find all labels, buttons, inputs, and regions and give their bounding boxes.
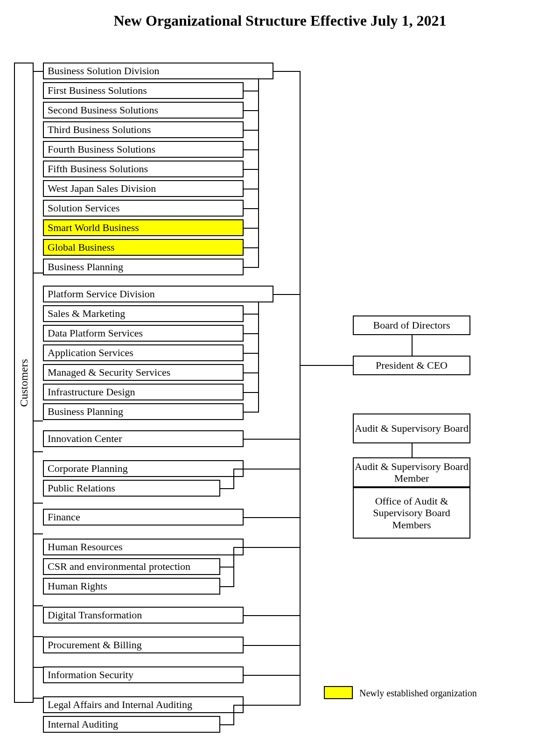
box-audit-supervisory-board-member: Audit & Supervisory Board Member <box>353 457 470 487</box>
connector <box>220 567 233 568</box>
connector <box>244 110 258 111</box>
box-audit-supervisory-board: Audit & Supervisory Board <box>353 414 470 443</box>
connector <box>244 247 258 248</box>
connector <box>244 333 258 334</box>
box-board-of-directors: Board of Directors <box>353 315 470 335</box>
connector <box>244 645 301 646</box>
connector <box>220 586 234 587</box>
connector <box>233 469 244 470</box>
connector <box>244 392 258 393</box>
connector <box>233 477 234 488</box>
connector <box>412 443 413 457</box>
connector <box>34 503 43 504</box>
connector <box>244 130 258 131</box>
connector <box>300 71 301 366</box>
box-procurement-billing: Procurement & Billing <box>43 637 244 653</box>
box-managed-security-services: Managed & Security Services <box>43 364 244 381</box>
box-bsd-business-planning: Business Planning <box>43 259 244 275</box>
connector <box>244 208 258 209</box>
box-digital-transformation: Digital Transformation <box>43 607 244 624</box>
connector-to-ceo <box>300 365 353 366</box>
connector <box>258 302 259 412</box>
connector <box>244 353 258 354</box>
connector <box>244 91 258 91</box>
box-platform-service-division: Platform Service Division <box>43 286 273 302</box>
connector <box>34 533 43 534</box>
box-finance: Finance <box>43 509 244 526</box>
connector <box>244 615 301 616</box>
box-sales-marketing: Sales & Marketing <box>43 305 244 322</box>
box-west-japan-sales: West Japan Sales Division <box>43 180 244 197</box>
connector <box>34 71 43 72</box>
connector <box>34 667 43 668</box>
connector <box>273 71 301 72</box>
legend-swatch <box>324 686 353 699</box>
connector <box>233 547 234 556</box>
box-global-business: Global Business <box>43 239 244 256</box>
box-infrastructure-design: Infrastructure Design <box>43 384 244 400</box>
box-fourth-business-solutions: Fourth Business Solutions <box>43 141 244 158</box>
connector <box>244 149 258 150</box>
box-solution-services: Solution Services <box>43 200 244 217</box>
connector <box>244 517 301 518</box>
connector <box>244 439 301 440</box>
box-human-resources: Human Resources <box>43 539 244 555</box>
connector <box>244 189 258 189</box>
connector <box>233 705 234 714</box>
box-second-business-solutions: Second Business Solutions <box>43 102 244 119</box>
box-corporate-planning: Corporate Planning <box>43 460 244 477</box>
connector-trunk <box>300 365 301 706</box>
connector <box>34 421 43 421</box>
connector <box>244 372 258 373</box>
box-business-solution-division: Business Solution Division <box>43 63 273 79</box>
connector <box>244 675 301 676</box>
connector <box>233 705 244 706</box>
box-legal-internal-auditing: Legal Affairs and Internal Auditing <box>43 696 244 713</box>
connector <box>220 724 234 725</box>
connector <box>233 469 234 478</box>
connector <box>220 488 234 489</box>
customers-box: Customers <box>14 63 34 703</box>
connector <box>244 228 258 229</box>
connector <box>34 698 43 699</box>
box-internal-auditing: Internal Auditing <box>43 716 220 733</box>
box-data-platform-services: Data Platform Services <box>43 325 244 342</box>
connector <box>273 294 301 295</box>
connector <box>244 705 301 706</box>
box-first-business-solutions: First Business Solutions <box>43 82 244 99</box>
connector <box>34 605 43 606</box>
connector <box>233 713 234 724</box>
connector <box>244 314 258 315</box>
customers-label: Customers <box>18 359 30 407</box>
box-public-relations: Public Relations <box>43 480 220 497</box>
connector <box>244 412 259 413</box>
page-title: New Organizational Structure Effective J… <box>0 12 560 29</box>
connector <box>233 555 234 586</box>
connector <box>244 547 301 548</box>
box-innovation-center: Innovation Center <box>43 430 244 447</box>
connector <box>244 169 258 170</box>
connector <box>34 273 43 273</box>
box-office-asbm: Office of Audit & Supervisory Board Memb… <box>353 487 470 539</box>
box-third-business-solutions: Third Business Solutions <box>43 121 244 138</box>
box-president-ceo: President & CEO <box>353 356 470 375</box>
connector <box>34 451 43 452</box>
box-information-security: Information Security <box>43 666 244 683</box>
box-human-rights: Human Rights <box>43 578 220 595</box>
connector <box>34 636 43 637</box>
box-psd-business-planning: Business Planning <box>43 403 244 420</box>
connector <box>258 79 259 267</box>
box-csr-environmental: CSR and environmental protection <box>43 558 220 575</box>
connector <box>412 335 413 356</box>
box-fifth-business-solutions: Fifth Business Solutions <box>43 161 244 177</box>
box-application-services: Application Services <box>43 344 244 361</box>
connector <box>244 267 259 268</box>
box-smart-world-business: Smart World Business <box>43 219 244 236</box>
legend-label: Newly established organization <box>359 688 477 699</box>
connector <box>244 469 301 470</box>
